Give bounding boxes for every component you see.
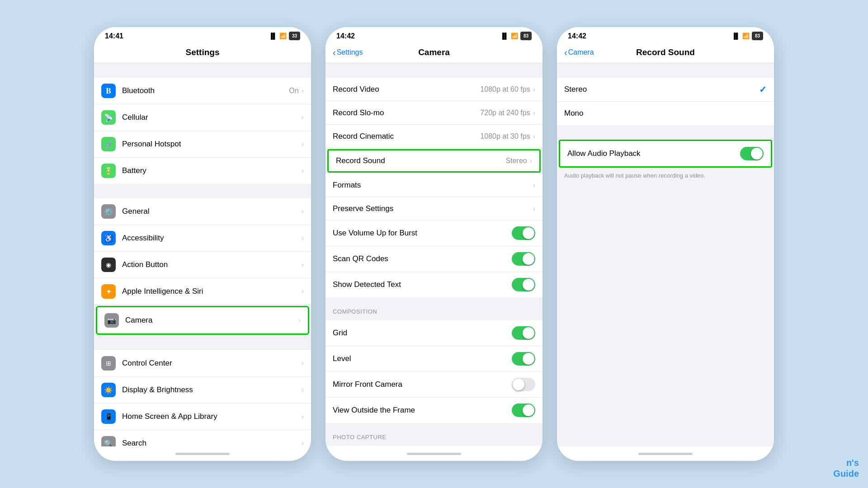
control-center-chevron: › [302, 359, 304, 367]
back-chevron-3: ‹ [564, 47, 567, 58]
nav-back-2[interactable]: ‹ Settings [333, 47, 363, 58]
scan-qr-toggle[interactable] [512, 252, 535, 266]
control-center-icon: ⊞ [101, 356, 116, 371]
outside-frame-toggle[interactable] [512, 404, 535, 417]
hotspot-label: Personal Hotspot [122, 140, 302, 149]
mirror-row[interactable]: Mirror Front Camera [326, 372, 542, 398]
display-chevron: › [302, 386, 304, 394]
toggle-knob-mirror [513, 379, 524, 390]
nav-bar-3: ‹ Camera Record Sound [557, 43, 774, 63]
record-cinematic-chevron: › [533, 132, 535, 141]
formats-row[interactable]: Formats › [326, 174, 542, 197]
record-video-row[interactable]: Record Video 1080p at 60 fps › [326, 78, 542, 101]
detected-text-row[interactable]: Show Detected Text [326, 272, 542, 297]
mirror-toggle[interactable] [512, 378, 535, 391]
record-slomo-label: Record Slo-mo [333, 108, 480, 117]
camera-content[interactable]: Record Video 1080p at 60 fps › Record Sl… [326, 63, 542, 446]
action-button-icon: ◉ [101, 258, 116, 272]
battery-icon-3: 83 [752, 32, 763, 40]
allow-audio-row[interactable]: Allow Audio Playback [559, 140, 772, 168]
wifi-icon-3: 📶 [742, 33, 750, 39]
record-video-chevron: › [533, 85, 535, 94]
record-sound-row[interactable]: Record Sound Stereo › [327, 149, 541, 173]
grid-row[interactable]: Grid [326, 320, 542, 346]
phone-1: 14:41 ▐▌ 📶 33 Settings 𝐁 Bluetooth On › [94, 27, 311, 461]
settings-content-1[interactable]: 𝐁 Bluetooth On › 📡 Cellular › 🔗 Personal… [94, 63, 311, 446]
scan-qr-row[interactable]: Scan QR Codes [326, 246, 542, 272]
settings-group-3: ⊞ Control Center › ☀️ Display & Brightne… [94, 350, 311, 446]
mono-label: Mono [564, 109, 767, 118]
nav-bar-1: Settings [94, 43, 311, 63]
battery-chevron: › [302, 167, 304, 175]
settings-row-cellular[interactable]: 📡 Cellular › [94, 104, 311, 131]
status-icons-1: ▐▌ 📶 33 [269, 32, 300, 40]
back-label-2: Settings [337, 48, 363, 56]
siri-chevron: › [302, 287, 304, 296]
status-time-3: 14:42 [568, 32, 586, 40]
hotspot-icon: 🔗 [101, 137, 116, 151]
back-label-3: Camera [568, 48, 594, 56]
battery-label: Battery [122, 166, 302, 175]
outside-frame-row[interactable]: View Outside the Frame [326, 398, 542, 423]
preserve-settings-chevron: › [533, 205, 535, 213]
stereo-option[interactable]: Stereo ✓ [557, 78, 774, 102]
settings-row-battery[interactable]: 🔋 Battery › [94, 158, 311, 184]
settings-row-display[interactable]: ☀️ Display & Brightness › [94, 377, 311, 404]
siri-label: Apple Intelligence & Siri [122, 287, 302, 296]
record-slomo-chevron: › [533, 109, 535, 117]
grid-toggle[interactable] [512, 326, 535, 340]
status-bar-2: 14:42 ▐▌ 📶 83 [326, 27, 542, 43]
status-bar-3: 14:42 ▐▌ 📶 83 [557, 27, 774, 43]
preserve-settings-row[interactable]: Preserve Settings › [326, 197, 542, 221]
bluetooth-chevron: › [302, 87, 304, 95]
record-sound-content[interactable]: Stereo ✓ Mono Allow Audio Playback Audio… [557, 63, 774, 446]
settings-row-home-screen[interactable]: 📱 Home Screen & App Library › [94, 404, 311, 430]
phone-3: 14:42 ▐▌ 📶 83 ‹ Camera Record Sound Ster… [557, 27, 774, 461]
settings-row-camera[interactable]: 📷 Camera › [96, 306, 309, 335]
cellular-chevron: › [302, 113, 304, 122]
settings-row-siri[interactable]: ✦ Apple Intelligence & Siri › [94, 278, 311, 305]
settings-row-action-button[interactable]: ◉ Action Button › [94, 252, 311, 278]
record-cinematic-row[interactable]: Record Cinematic 1080p at 30 fps › [326, 125, 542, 148]
sound-options-group: Stereo ✓ Mono [557, 78, 774, 125]
mirror-label: Mirror Front Camera [333, 380, 512, 389]
settings-row-control-center[interactable]: ⊞ Control Center › [94, 350, 311, 377]
settings-row-bluetooth[interactable]: 𝐁 Bluetooth On › [94, 78, 311, 104]
settings-group-connectivity: 𝐁 Bluetooth On › 📡 Cellular › 🔗 Personal… [94, 78, 311, 184]
settings-row-search[interactable]: 🔍 Search › [94, 430, 311, 446]
volume-burst-toggle[interactable] [512, 226, 535, 240]
detected-text-toggle[interactable] [512, 278, 535, 291]
mono-option[interactable]: Mono [557, 102, 774, 125]
status-time-2: 14:42 [336, 32, 355, 40]
level-row[interactable]: Level [326, 346, 542, 372]
formats-label: Formats [333, 181, 533, 190]
display-label: Display & Brightness [122, 385, 302, 394]
settings-row-accessibility[interactable]: ♿ Accessibility › [94, 225, 311, 252]
accessibility-label: Accessibility [122, 234, 302, 243]
record-sound-chevron: › [530, 157, 532, 165]
allow-audio-toggle[interactable] [740, 147, 764, 160]
home-indicator-3 [557, 446, 774, 461]
level-toggle[interactable] [512, 352, 535, 366]
wifi-icon-2: 📶 [511, 33, 518, 39]
volume-burst-label: Use Volume Up for Burst [333, 229, 512, 238]
battery-icon-1: 33 [289, 32, 300, 40]
volume-burst-row[interactable]: Use Volume Up for Burst [326, 221, 542, 246]
action-button-chevron: › [302, 261, 304, 269]
status-bar-1: 14:41 ▐▌ 📶 33 [94, 27, 311, 43]
camera-label: Camera [125, 316, 298, 325]
battery-settings-icon: 🔋 [101, 164, 116, 178]
search-label: Search [122, 439, 302, 446]
record-slomo-row[interactable]: Record Slo-mo 720p at 240 fps › [326, 101, 542, 125]
wifi-icon-1: 📶 [279, 33, 287, 39]
nav-back-3[interactable]: ‹ Camera [564, 47, 594, 58]
signal-icon-1: ▐▌ [269, 33, 277, 39]
watermark: n'sGuide [833, 457, 859, 479]
stereo-checkmark: ✓ [759, 84, 767, 95]
status-time-1: 14:41 [105, 32, 123, 40]
general-icon: ⚙️ [101, 204, 116, 219]
settings-row-hotspot[interactable]: 🔗 Personal Hotspot › [94, 131, 311, 158]
record-cinematic-label: Record Cinematic [333, 132, 480, 141]
cellular-icon: 📡 [101, 110, 116, 125]
settings-row-general[interactable]: ⚙️ General › [94, 198, 311, 225]
